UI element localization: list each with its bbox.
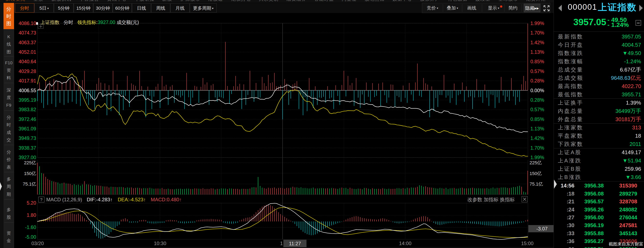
svg-text:14:00: 14:00: [399, 240, 412, 246]
svg-text:0.28%: 0.28%: [530, 78, 544, 84]
svg-text:MACD:0.480↑: MACD:0.480↑: [151, 197, 182, 202]
svg-text:4086.10: 4086.10: [18, 21, 36, 26]
svg-text:3995.19: 3995.19: [18, 97, 36, 103]
svg-text:1.99%: 1.99%: [530, 21, 544, 26]
svg-text:03/20: 03/20: [32, 240, 44, 246]
svg-text:3927.00: 3927.00: [98, 20, 115, 25]
svg-text:3983.82: 3983.82: [18, 107, 36, 112]
svg-text:1.80: 1.80: [27, 212, 36, 218]
svg-text:1.70%: 1.70%: [530, 145, 544, 151]
svg-text:4040.64: 4040.64: [18, 59, 36, 64]
svg-text:4017.91: 4017.91: [18, 78, 36, 84]
svg-text:1.99%: 1.99%: [530, 155, 544, 160]
svg-text:1.42%: 1.42%: [530, 136, 544, 141]
svg-text:11:27: 11:27: [289, 241, 301, 246]
svg-text:4052.01: 4052.01: [18, 49, 36, 55]
svg-text:75.1亿: 75.1亿: [23, 181, 36, 187]
svg-text:-5.00: -5.00: [25, 234, 36, 240]
svg-text:150亿: 150亿: [530, 171, 542, 176]
svg-text:-3.07: -3.07: [536, 226, 548, 231]
svg-text:DEA:-4.523↑: DEA:-4.523↑: [118, 197, 146, 202]
svg-text:4029.28: 4029.28: [18, 69, 36, 74]
svg-text:1.13%: 1.13%: [530, 126, 544, 131]
svg-text:0.85%: 0.85%: [530, 59, 544, 64]
svg-text:1.13%: 1.13%: [530, 49, 544, 55]
svg-text:MACD (12,26,9): MACD (12,26,9): [46, 197, 82, 202]
svg-text:领先指标:: 领先指标:: [77, 20, 98, 25]
svg-text:3927.00: 3927.00: [18, 155, 36, 160]
svg-text:4063.37: 4063.37: [18, 40, 36, 45]
svg-text:0.57%: 0.57%: [530, 69, 544, 74]
svg-text:4006.55: 4006.55: [18, 88, 36, 93]
svg-text:改参数 加指标 换指标: 改参数 加指标 换指标: [468, 197, 515, 202]
svg-text:3949.73: 3949.73: [18, 136, 36, 141]
svg-text:上证指数: 上证指数: [40, 20, 60, 25]
svg-text:5.20: 5.20: [27, 200, 36, 206]
svg-text:1: 1: [280, 240, 283, 246]
svg-text:10:30: 10:30: [154, 240, 166, 246]
svg-text:0.00%: 0.00%: [530, 88, 544, 93]
svg-text:0.57%: 0.57%: [530, 107, 544, 112]
svg-text:225亿: 225亿: [530, 160, 542, 165]
svg-text:1.70%: 1.70%: [530, 30, 544, 36]
svg-text:15:00: 15:00: [521, 240, 534, 246]
svg-text:?: ?: [40, 197, 42, 202]
svg-text:0.28%: 0.28%: [530, 97, 544, 103]
svg-text:3961.09: 3961.09: [18, 126, 36, 131]
svg-text:1.42%: 1.42%: [530, 40, 544, 45]
svg-text:225亿: 225亿: [24, 160, 36, 165]
svg-text:分时: 分时: [64, 20, 73, 25]
svg-text:150亿: 150亿: [24, 171, 36, 176]
svg-text:3938.37: 3938.37: [18, 145, 36, 151]
svg-text:0.85%: 0.85%: [530, 117, 544, 122]
svg-text:-1.60: -1.60: [25, 225, 36, 230]
svg-text:DIF:-4.283↑: DIF:-4.283↑: [87, 197, 112, 202]
svg-text:成交额(元): 成交额(元): [117, 20, 139, 25]
svg-text:4074.73: 4074.73: [18, 30, 36, 36]
svg-text:75.1亿: 75.1亿: [530, 181, 543, 187]
svg-text:3972.46: 3972.46: [18, 117, 36, 122]
